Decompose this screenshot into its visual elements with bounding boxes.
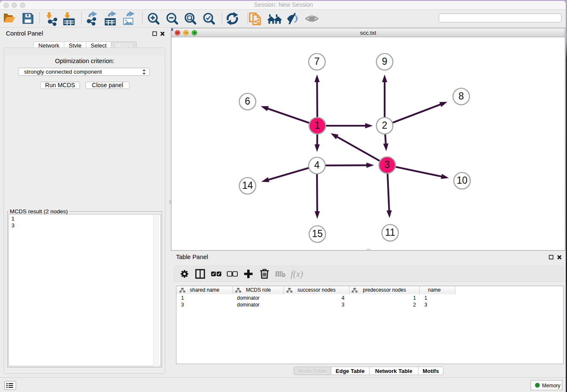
svg-text:14: 14 — [242, 180, 253, 191]
svg-text:10: 10 — [457, 175, 468, 186]
svg-text:7: 7 — [314, 56, 320, 67]
svg-text:9: 9 — [382, 56, 388, 67]
svg-text:6: 6 — [245, 96, 250, 107]
svg-text:1: 1 — [315, 120, 320, 131]
svg-text:8: 8 — [459, 91, 464, 102]
svg-text:4: 4 — [314, 160, 320, 171]
svg-text:3: 3 — [385, 159, 390, 170]
svg-text:f(x): f(x) — [291, 269, 303, 279]
svg-text:11: 11 — [385, 227, 395, 238]
svg-text:2: 2 — [382, 120, 388, 131]
svg-text:15: 15 — [312, 228, 323, 239]
